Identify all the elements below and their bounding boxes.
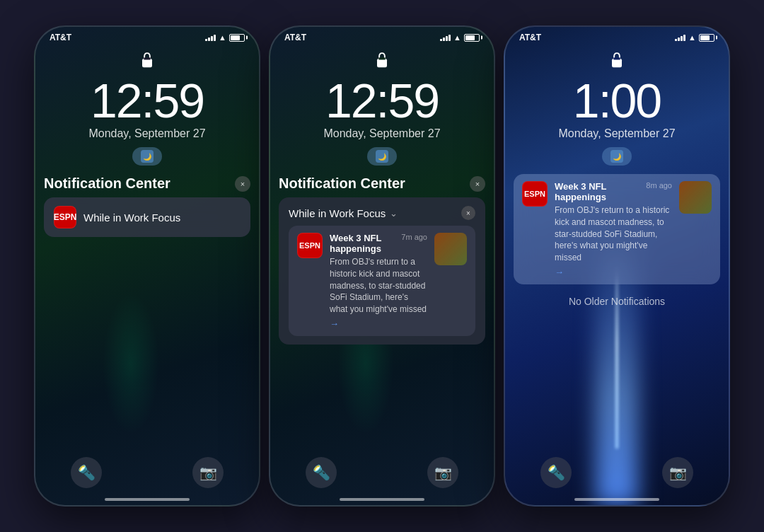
notif-item-title-3: Week 3 NFL happenings [555, 181, 640, 202]
status-icons-1: ▲ [205, 33, 245, 42]
clock-date-2: Monday, September 27 [270, 127, 494, 140]
carrier-3: AT&T [519, 33, 541, 42]
svg-rect-2 [377, 59, 387, 67]
notif-item-2[interactable]: ESPN Week 3 NFL happenings 7m ago From O… [289, 226, 475, 336]
svg-rect-4 [612, 59, 622, 67]
status-bar-1: AT&T ▲ [35, 27, 259, 45]
carrier-2: AT&T [284, 33, 306, 42]
espn-app-icon-1: ESPN [54, 206, 76, 229]
notif-item-time-3: 8m ago [646, 181, 672, 190]
notif-content-2: Week 3 NFL happenings 7m ago From OBJ's … [330, 233, 427, 329]
focus-pill-2: 🌙 [367, 147, 397, 166]
notif-exp-group-2[interactable]: While in Work Focus ⌄ [289, 207, 398, 219]
phone-1: AT&T ▲ 12:59 [34, 25, 260, 507]
lock-icon-3 [505, 51, 729, 74]
battery-icon-3 [699, 34, 714, 42]
lock-icon-1 [35, 51, 259, 74]
nc-header-1: Notification Center × [44, 175, 250, 192]
notification-center-1: Notification Center × ESPN While in Work… [44, 175, 250, 237]
signal-icon-1 [205, 34, 216, 41]
notif-thumbnail-2 [434, 233, 467, 265]
battery-icon-2 [464, 34, 480, 42]
flashlight-button-1[interactable]: 🔦 [71, 457, 102, 488]
notification-center-2: Notification Center × While in Work Focu… [279, 175, 485, 345]
collapsed-notification-1[interactable]: ESPN While in Work Focus [44, 197, 250, 237]
camera-icon-3: 📷 [669, 464, 687, 481]
svg-rect-0 [142, 59, 152, 67]
notif-item-header-3: Week 3 NFL happenings 8m ago [555, 181, 672, 202]
nc-title-1: Notification Center [44, 175, 170, 192]
wifi-icon-1: ▲ [219, 33, 226, 42]
clock-time-2: 12:59 [270, 76, 494, 125]
home-indicator-1 [105, 498, 190, 501]
bottom-controls-2: 🔦 📷 [270, 457, 494, 488]
notif-exp-title-2: While in Work Focus [289, 207, 386, 219]
carrier-1: AT&T [50, 33, 71, 42]
flashlight-button-2[interactable]: 🔦 [306, 457, 337, 488]
camera-button-1[interactable]: 📷 [192, 457, 224, 488]
notif-thumbnail-3 [679, 181, 712, 214]
notif-item-body-3: From OBJ's return to a historic kick and… [555, 204, 672, 264]
focus-indicator-3: 🌙 [505, 147, 729, 166]
espn-icon-3: ESPN [522, 181, 548, 207]
lockscreen-notification-3[interactable]: ESPN Week 3 NFL happenings 8m ago From O… [514, 174, 720, 284]
no-older-notifications-3: No Older Notifications [505, 296, 729, 307]
flashlight-icon-1: 🔦 [78, 464, 96, 481]
bottom-controls-3: 🔦 📷 [505, 457, 729, 488]
notif-item-time-2: 7m ago [401, 233, 427, 241]
focus-icon-2: 🌙 [376, 150, 388, 163]
notif-group-text-1: While in Work Focus [83, 212, 180, 224]
status-icons-2: ▲ [440, 33, 480, 42]
nc-close-2[interactable]: × [470, 176, 485, 192]
phone-2: AT&T ▲ 12:59 [269, 25, 495, 507]
notif-group-label-1: While in Work Focus [83, 212, 241, 224]
status-bar-3: AT&T ▲ [505, 27, 729, 45]
phone-3: AT&T ▲ 1:00 [504, 25, 730, 507]
nc-header-2: Notification Center × [279, 175, 485, 192]
focus-pill-1: 🌙 [132, 147, 162, 166]
clock-date-3: Monday, September 27 [505, 127, 729, 140]
focus-indicator-1: 🌙 [35, 147, 259, 166]
clock-time-1: 12:59 [35, 76, 259, 125]
notif-exp-header-2: While in Work Focus ⌄ × [289, 206, 475, 220]
flashlight-icon-2: 🔦 [313, 464, 330, 481]
clock-date-1: Monday, September 27 [35, 127, 259, 140]
focus-icon-1: 🌙 [141, 150, 154, 163]
focus-indicator-2: 🌙 [270, 147, 494, 166]
app-container: AT&T ▲ 12:59 [0, 0, 764, 532]
flashlight-button-3[interactable]: 🔦 [540, 457, 572, 488]
nc-title-2: Notification Center [279, 175, 405, 192]
notif-item-body-2: From OBJ's return to a historic kick and… [330, 256, 427, 316]
home-indicator-2 [340, 498, 424, 501]
status-bar-2: AT&T ▲ [270, 27, 494, 45]
camera-icon-1: 📷 [199, 464, 217, 481]
signal-icon-2 [440, 34, 451, 41]
lock-icon-2 [270, 51, 494, 74]
wifi-icon-2: ▲ [453, 33, 461, 42]
camera-icon-2: 📷 [434, 464, 452, 481]
camera-button-3[interactable]: 📷 [662, 457, 693, 488]
camera-button-2[interactable]: 📷 [427, 457, 458, 488]
notif-arrow-2: → [330, 318, 427, 329]
wifi-icon-3: ▲ [688, 33, 696, 42]
bottom-controls-1: 🔦 📷 [35, 457, 259, 488]
notif-item-header-2: Week 3 NFL happenings 7m ago [330, 233, 427, 254]
chevron-down-icon-2: ⌄ [390, 208, 398, 219]
notif-content-3: Week 3 NFL happenings 8m ago From OBJ's … [555, 181, 672, 277]
notif-arrow-3: → [555, 267, 672, 277]
battery-icon-1 [229, 34, 245, 42]
signal-icon-3 [675, 34, 685, 41]
focus-pill-3: 🌙 [602, 147, 632, 166]
status-icons-3: ▲ [675, 33, 714, 42]
svg-rect-1 [144, 57, 150, 59]
svg-rect-3 [378, 57, 385, 59]
notif-close-2[interactable]: × [461, 206, 475, 220]
focus-icon-3: 🌙 [610, 150, 623, 163]
espn-icon-2: ESPN [297, 233, 323, 258]
svg-rect-5 [613, 57, 620, 59]
nc-close-1[interactable]: × [235, 176, 250, 192]
home-indicator-3 [574, 498, 659, 501]
clock-time-3: 1:00 [505, 76, 729, 125]
flashlight-icon-3: 🔦 [548, 464, 565, 481]
notif-item-title-2: Week 3 NFL happenings [330, 233, 395, 254]
